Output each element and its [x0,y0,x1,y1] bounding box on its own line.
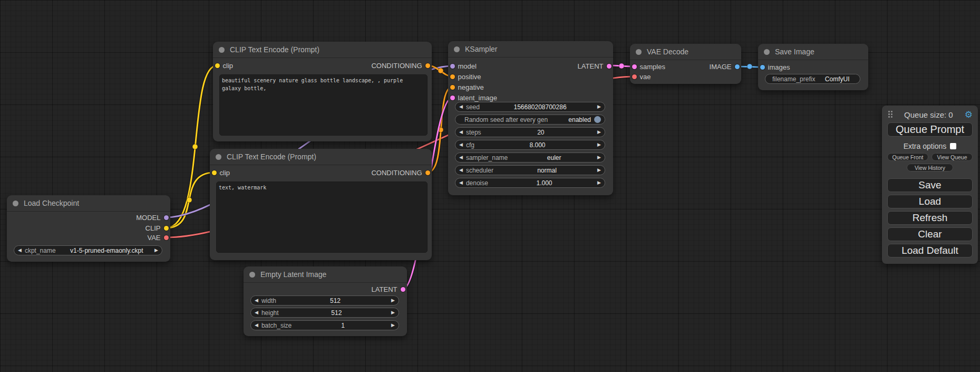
widget-value[interactable]: 8.000 [478,141,597,149]
node-status-dot-icon[interactable] [249,272,255,278]
node-status-dot-icon[interactable] [764,49,770,55]
node-ksampler[interactable]: KSamplermodelpositivenegativelatent_imag… [448,41,613,195]
view-queue-button[interactable]: View Queue [932,153,973,161]
widget-value[interactable]: 156680208700286 [483,103,597,111]
widget-value[interactable]: 20 [484,129,597,136]
output-port-dot-icon[interactable] [425,170,430,175]
decrement-arrow-icon[interactable]: ◀ [255,298,258,303]
widget-value[interactable]: 512 [279,297,391,304]
increment-arrow-icon[interactable]: ▶ [391,323,395,328]
node-titlebar[interactable]: Load Checkpoint [7,195,170,212]
input-port-positive[interactable]: positive [448,72,484,81]
increment-arrow-icon[interactable]: ▶ [597,142,601,147]
node-load-checkpoint[interactable]: Load CheckpointMODELCLIPVAE◀ckpt_namev1-… [7,195,170,262]
load-default-button[interactable]: Load Default [887,244,973,257]
widget-filename_prefix[interactable]: filename_prefixComfyUI [765,74,860,84]
node-titlebar[interactable]: Empty Latent Image [244,266,407,283]
load-button[interactable]: Load [887,195,973,208]
widget-steps[interactable]: ◀steps20▶ [455,127,605,137]
increment-arrow-icon[interactable]: ▶ [391,298,395,303]
decrement-arrow-icon[interactable]: ◀ [459,168,463,173]
node-status-dot-icon[interactable] [219,47,225,53]
input-port-images[interactable]: images [758,62,793,72]
widget-random-seed-after-every-gen[interactable]: Random seed after every genenabled [455,115,605,125]
decrement-arrow-icon[interactable]: ◀ [459,104,463,109]
widget-scheduler[interactable]: ◀schedulernormal▶ [455,165,605,175]
widget-cfg[interactable]: ◀cfg8.000▶ [455,140,605,150]
output-port-CONDITIONING[interactable]: CONDITIONING [368,168,432,177]
node-status-dot-icon[interactable] [454,46,460,52]
widget-height[interactable]: ◀height512▶ [250,308,399,318]
output-port-dot-icon[interactable] [164,235,169,240]
widget-value[interactable]: v1-5-pruned-emaonly.ckpt [59,247,154,254]
input-port-dot-icon[interactable] [450,85,455,90]
output-port-LATENT[interactable]: LATENT [575,61,613,71]
queue-prompt-button[interactable]: Queue Prompt [887,122,973,137]
save-button[interactable]: Save [887,178,973,192]
toggle-knob-icon[interactable] [594,116,601,123]
output-port-dot-icon[interactable] [607,64,612,69]
input-port-dot-icon[interactable] [450,64,455,69]
decrement-arrow-icon[interactable]: ◀ [459,130,463,135]
output-port-dot-icon[interactable] [735,64,740,69]
clear-button[interactable]: Clear [887,227,973,241]
output-port-LATENT[interactable]: LATENT [368,284,407,294]
widget-ckpt_name[interactable]: ◀ckpt_namev1-5-pruned-emaonly.ckpt▶ [14,245,162,255]
input-port-dot-icon[interactable] [632,64,637,69]
widget-value[interactable]: ComfyUI [818,75,856,83]
output-port-CONDITIONING[interactable]: CONDITIONING [368,61,432,70]
decrement-arrow-icon[interactable]: ◀ [459,180,463,185]
input-port-samples[interactable]: samples [630,62,668,71]
input-port-dot-icon[interactable] [760,65,765,70]
output-port-VAE[interactable]: VAE [144,233,170,242]
input-port-vae[interactable]: vae [630,72,654,81]
input-port-latent_image[interactable]: latent_image [448,93,500,102]
prompt-textarea[interactable]: text, watermark [216,182,428,253]
view-history-button[interactable]: View History [907,164,953,171]
node-clip-text-encode-positive[interactable]: CLIP Text Encode (Prompt)clipCONDITIONIN… [213,42,432,141]
drag-handle-icon[interactable] [888,111,892,118]
decrement-arrow-icon[interactable]: ◀ [459,155,463,160]
widget-value[interactable]: euler [511,154,597,161]
refresh-button[interactable]: Refresh [887,211,973,225]
node-empty-latent-image[interactable]: Empty Latent ImageLATENT◀width512▶◀heigh… [244,266,407,336]
widget-value[interactable]: 512 [282,309,391,317]
widget-sampler_name[interactable]: ◀sampler_nameeuler▶ [455,152,605,163]
output-port-dot-icon[interactable] [164,215,169,220]
node-titlebar[interactable]: CLIP Text Encode (Prompt) [210,149,432,165]
output-port-dot-icon[interactable] [401,287,405,292]
node-status-dot-icon[interactable] [216,154,221,160]
increment-arrow-icon[interactable]: ▶ [597,180,601,185]
node-status-dot-icon[interactable] [636,49,642,55]
node-clip-text-encode-negative[interactable]: CLIP Text Encode (Prompt)clipCONDITIONIN… [210,149,432,260]
output-port-dot-icon[interactable] [425,63,430,68]
output-port-dot-icon[interactable] [164,226,169,231]
input-port-clip[interactable]: clip [210,168,233,177]
output-port-MODEL[interactable]: MODEL [133,213,170,222]
node-vae-decode[interactable]: VAE DecodesamplesvaeIMAGE [630,44,741,84]
increment-arrow-icon[interactable]: ▶ [154,248,158,253]
increment-arrow-icon[interactable]: ▶ [597,130,601,135]
widget-batch_size[interactable]: ◀batch_size1▶ [250,320,399,330]
decrement-arrow-icon[interactable]: ◀ [18,248,22,253]
widget-value[interactable]: normal [497,167,597,174]
node-titlebar[interactable]: KSampler [448,41,613,58]
node-titlebar[interactable]: Save Image [758,44,868,60]
queue-front-button[interactable]: Queue Front [887,153,928,161]
widget-value[interactable]: enabled [551,116,591,123]
output-port-CLIP[interactable]: CLIP [142,223,170,233]
input-port-clip[interactable]: clip [213,61,236,70]
widget-value[interactable]: 1 [295,322,391,329]
widget-width[interactable]: ◀width512▶ [250,295,399,306]
increment-arrow-icon[interactable]: ▶ [597,168,601,173]
node-titlebar[interactable]: CLIP Text Encode (Prompt) [213,42,432,58]
increment-arrow-icon[interactable]: ▶ [391,310,395,315]
node-status-dot-icon[interactable] [13,201,18,206]
increment-arrow-icon[interactable]: ▶ [597,155,601,160]
widget-denoise[interactable]: ◀denoise1.000▶ [455,178,605,188]
decrement-arrow-icon[interactable]: ◀ [459,142,463,147]
node-titlebar[interactable]: VAE Decode [630,44,741,60]
increment-arrow-icon[interactable]: ▶ [597,104,601,109]
extra-options-checkbox[interactable] [950,143,956,149]
widget-value[interactable]: 1.000 [491,179,597,187]
